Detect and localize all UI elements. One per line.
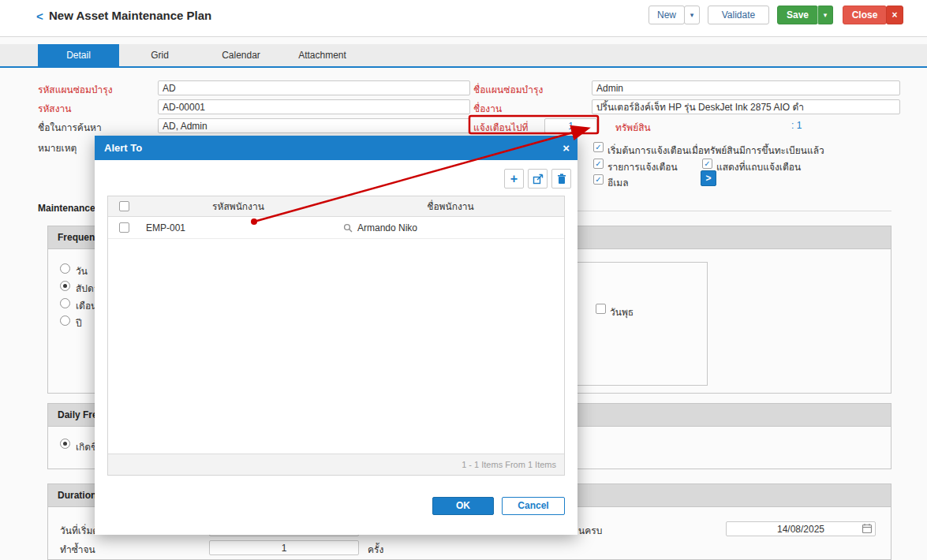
frequency-year-label: ปี [76,315,82,330]
save-button[interactable]: Save [777,6,818,24]
table-row[interactable]: EMP-001 Armando Niko [108,217,564,239]
tab-grid[interactable]: Grid [119,44,200,66]
page-title: New Asset Maintenance Plan [49,9,211,22]
plan-code-label: รหัสแผนซ่อมบำรุง [38,82,113,97]
select-all-checkbox[interactable] [119,201,129,211]
close-x-icon[interactable]: × [886,6,903,24]
ok-button[interactable]: OK [432,497,494,515]
wednesday-label: วันพุธ [610,304,634,319]
alert-list-label: รายการแจ้งเตือน [607,159,678,174]
new-button[interactable]: New [649,6,685,24]
tab-detail[interactable]: Detail [38,44,119,66]
plan-name-label: ชื่อแผนซ่อมบำรุง [473,82,543,97]
alert-list-checkbox[interactable] [593,159,604,169]
start-date-label: วันที่เริ่มต้ [60,523,99,538]
employee-name-text: Armando Niko [357,222,417,233]
plus-icon: + [510,172,518,186]
alert-to-label: แจ้งเตือนไปที่ [473,120,529,135]
plan-name-input[interactable] [592,80,900,95]
frequency-year-radio[interactable] [60,315,70,326]
employee-code-cell: EMP-001 [140,222,337,233]
employee-name-cell[interactable]: Armando Niko [337,222,564,233]
repeat-count-input[interactable] [209,540,359,555]
repeat-unit-label: ครั้ง [368,542,383,557]
delete-row-button[interactable] [551,169,571,189]
modal-toolbar: + [504,169,571,189]
daily-occurs-radio[interactable] [60,439,70,449]
frequency-day-radio[interactable] [60,263,70,274]
show-tab-checkbox[interactable] [702,159,712,169]
grid-header-row: รหัสพนักงาน ชื่อพนักงาน [108,196,564,217]
show-tab-label: แสดงที่แถบแจ้งเตือน [716,159,801,174]
add-row-button[interactable]: + [504,169,524,189]
cancel-button[interactable]: Cancel [502,497,565,515]
frequency-day-label: วัน [76,263,88,278]
row-checkbox[interactable] [119,222,129,233]
tab-attachment[interactable]: Attachment [282,44,363,66]
email-checkbox[interactable] [593,174,604,185]
expand-arrow-button[interactable]: > [701,170,716,186]
validate-button[interactable]: Validate [708,6,769,24]
frequency-month-radio[interactable] [60,298,70,308]
modal-title: Alert To [104,136,142,160]
note-label: หมายเหตุ [38,140,77,155]
employee-code-header: รหัสพนักงาน [140,199,337,214]
employee-grid: รหัสพนักงาน ชื่อพนักงาน EMP-001 Armando … [107,196,565,476]
save-dropdown-caret[interactable]: ▾ [817,6,833,24]
page: < New Asset Maintenance Plan New ▾ Valid… [0,0,927,560]
modal-close-icon[interactable]: × [563,136,570,160]
search-name-input[interactable] [158,118,470,133]
job-name-label: ชื่องาน [473,101,502,116]
tab-calendar[interactable]: Calendar [200,44,282,66]
repeat-until-label: ทำซ้ำจน [60,542,95,557]
alert-to-input[interactable] [544,118,597,133]
grid-pagination-status: 1 - 1 Items From 1 Items [108,454,564,475]
job-code-input[interactable] [158,99,470,114]
alert-to-modal: Alert To × + [95,136,578,535]
calendar-icon[interactable] [862,523,873,534]
tab-underline [0,66,927,68]
top-bar: < New Asset Maintenance Plan New ▾ Valid… [0,0,927,37]
frequency-week-radio[interactable] [60,281,70,291]
asset-label: ทรัพย์สิน [615,120,651,135]
tab-bar: Detail Grid Calendar Attachment [0,44,927,66]
end-label-fragment: นครบ [578,523,602,538]
email-label: อีเมล [607,175,629,190]
select-from-list-button[interactable] [528,169,548,189]
new-dropdown-caret[interactable]: ▾ [684,6,700,24]
search-icon [343,223,353,233]
close-button[interactable]: Close [843,6,887,24]
employee-name-header: ชื่อพนักงาน [337,199,564,214]
job-code-label: รหัสงาน [38,101,71,116]
start-alert-label: เริ่มต้นการแจ้งเตือนเมื่อทรัพย์สินมีการข… [607,143,824,158]
job-name-input[interactable] [592,99,900,114]
end-date-input[interactable] [726,521,876,536]
select-list-icon [533,174,544,185]
trash-icon [557,174,566,185]
modal-header: Alert To × [95,136,578,160]
start-alert-checkbox[interactable] [593,142,604,152]
asset-count-value[interactable]: : 1 [791,120,802,131]
plan-code-input[interactable] [158,80,470,95]
back-chevron-icon[interactable]: < [36,9,43,23]
search-name-label: ชื่อในการค้นหา [38,120,102,135]
wednesday-checkbox[interactable] [596,304,606,314]
